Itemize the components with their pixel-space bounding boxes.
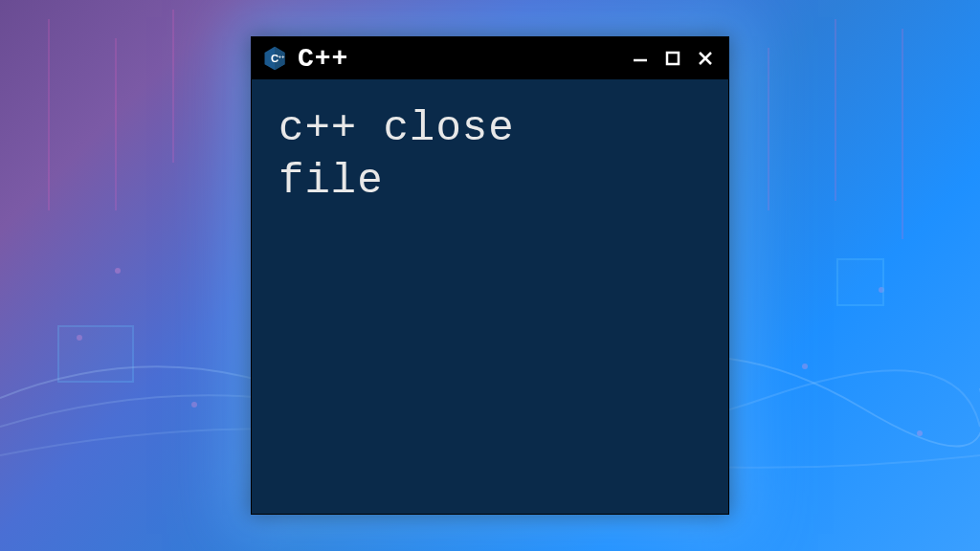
minimize-button[interactable] xyxy=(627,45,654,72)
window-controls xyxy=(627,45,719,72)
terminal-window: C + + C++ c++ close file xyxy=(251,36,729,515)
content-line-2: file xyxy=(278,155,702,208)
svg-text:+: + xyxy=(281,54,284,59)
close-button[interactable] xyxy=(692,45,719,72)
titlebar[interactable]: C + + C++ xyxy=(252,37,728,79)
terminal-content[interactable]: c++ close file xyxy=(252,79,728,514)
window-title: C++ xyxy=(298,44,627,74)
content-line-1: c++ close xyxy=(278,102,702,155)
svg-text:+: + xyxy=(278,54,281,59)
cpp-logo-icon: C + + xyxy=(261,45,288,72)
svg-rect-6 xyxy=(667,53,679,64)
maximize-button[interactable] xyxy=(659,45,686,72)
